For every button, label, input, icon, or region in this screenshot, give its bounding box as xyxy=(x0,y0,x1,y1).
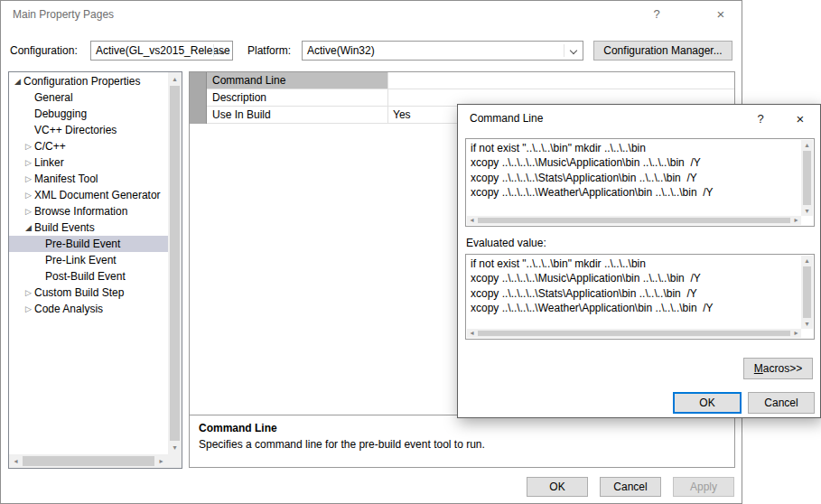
scrollbar-thumb[interactable] xyxy=(478,218,790,223)
scroll-up-icon[interactable]: ▴ xyxy=(801,256,813,266)
scroll-right-icon[interactable]: ▸ xyxy=(791,216,801,225)
tree-expand-icon[interactable]: ◢ xyxy=(23,219,34,236)
scrollbar-thumb[interactable] xyxy=(803,266,811,318)
property-name: Use In Build xyxy=(207,107,388,124)
tree-item-label: XML Document Generator xyxy=(34,189,161,201)
tree-item-label: Pre-Build Event xyxy=(45,238,120,250)
tree-item-label: Code Analysis xyxy=(34,303,103,315)
vertical-scrollbar[interactable]: ▴ ▾ xyxy=(801,140,813,216)
dropdown-separator xyxy=(213,44,214,57)
scroll-down-icon[interactable]: ▾ xyxy=(168,441,182,454)
tree-item-code-analysis[interactable]: ▷ Code Analysis xyxy=(9,301,168,317)
tree-collapse-icon[interactable]: ▷ xyxy=(23,285,34,301)
tree-item-label: General xyxy=(34,91,73,104)
scroll-left-icon[interactable]: ◂ xyxy=(467,216,477,225)
tree-collapse-icon[interactable]: ▷ xyxy=(23,171,34,187)
tree-collapse-icon[interactable]: ▷ xyxy=(23,203,34,219)
command-line-dialog: Command Line ? × if not exist "..\..\..\… xyxy=(457,104,821,418)
tree-item-custom-build-step[interactable]: ▷ Custom Build Step xyxy=(9,285,168,301)
tree-item-manifest-tool[interactable]: ▷ Manifest Tool xyxy=(9,171,168,187)
tree-item-configuration-properties[interactable]: ◢ Configuration Properties xyxy=(9,73,168,89)
scrollbar-thumb[interactable] xyxy=(803,151,811,205)
tree-item-pre-link-event[interactable]: Pre-Link Event xyxy=(9,252,168,268)
tree-item-vcpp-directories[interactable]: VC++ Directories xyxy=(9,122,168,138)
cancel-button[interactable]: Cancel xyxy=(748,392,815,414)
property-help-panel: Command Line Specifies a command line fo… xyxy=(190,415,734,467)
tree-item-debugging[interactable]: Debugging xyxy=(9,106,168,122)
scroll-right-icon[interactable]: ▸ xyxy=(791,329,801,338)
help-icon[interactable]: ? xyxy=(642,1,671,28)
configuration-label: Configuration: xyxy=(10,41,78,61)
dialog-title: Command Line xyxy=(470,105,543,133)
row-gutter xyxy=(190,72,207,89)
tree-item-label: Configuration Properties xyxy=(23,75,140,88)
command-line-textbox[interactable]: if not exist "..\..\..\bin" mkdir ..\..\… xyxy=(465,138,815,227)
vertical-scrollbar[interactable]: ▴ ▾ xyxy=(168,72,182,454)
property-row-command-line[interactable]: Command Line xyxy=(190,72,734,89)
tree-item-label: Custom Build Step xyxy=(34,286,124,299)
platform-dropdown-value: Active(Win32) xyxy=(307,44,375,57)
tree-item-pre-build-event[interactable]: Pre-Build Event xyxy=(9,236,168,252)
tree-item-post-build-event[interactable]: Post-Build Event xyxy=(9,268,168,285)
help-description: Specifies a command line for the pre-bui… xyxy=(199,438,725,451)
tree-item-general[interactable]: General xyxy=(9,89,168,106)
scroll-right-icon[interactable]: ▸ xyxy=(154,454,168,468)
tree-item-label: C/C++ xyxy=(34,140,66,153)
tree-item-label: Browse Information xyxy=(34,205,127,218)
scroll-down-icon[interactable]: ▾ xyxy=(801,206,813,216)
tree-collapse-icon[interactable]: ▷ xyxy=(23,301,34,317)
horizontal-scrollbar[interactable]: ◂ ▸ xyxy=(467,216,801,225)
cancel-button[interactable]: Cancel xyxy=(600,477,661,497)
horizontal-scrollbar[interactable]: ◂ ▸ xyxy=(467,329,801,338)
evaluated-value-textbox[interactable]: if not exist "..\..\..\bin" mkdir ..\..\… xyxy=(465,254,815,340)
tree-item-label: VC++ Directories xyxy=(34,124,117,136)
configuration-dropdown-value: Active(GL_vs2015_Release xyxy=(96,44,230,57)
tree-collapse-icon[interactable]: ▷ xyxy=(23,187,34,203)
tree-item-label: Post-Build Event xyxy=(45,270,126,283)
tree-item-browse-information[interactable]: ▷ Browse Information xyxy=(9,203,168,219)
vertical-scrollbar[interactable]: ▴ ▾ xyxy=(801,256,813,329)
close-icon[interactable]: × xyxy=(786,105,815,133)
scroll-up-icon[interactable]: ▴ xyxy=(801,140,813,150)
tree-item-label: Build Events xyxy=(34,221,95,234)
macros-button[interactable]: Macros>> xyxy=(743,358,813,379)
scroll-up-icon[interactable]: ▴ xyxy=(168,72,182,86)
tree-item-label: Linker xyxy=(34,156,64,169)
scrollbar-thumb[interactable] xyxy=(170,86,180,441)
tree-collapse-icon[interactable]: ▷ xyxy=(23,138,34,154)
configuration-dropdown[interactable]: Active(GL_vs2015_Release xyxy=(90,41,233,61)
scroll-down-icon[interactable]: ▾ xyxy=(801,319,813,329)
tree-item-label: Debugging xyxy=(34,107,87,120)
tree-expand-icon[interactable]: ◢ xyxy=(12,73,23,89)
platform-dropdown[interactable]: Active(Win32) xyxy=(302,41,583,61)
tree-item-linker[interactable]: ▷ Linker xyxy=(9,154,168,171)
tree-item-xml-document-generator[interactable]: ▷ XML Document Generator xyxy=(9,187,168,203)
apply-button[interactable]: Apply xyxy=(673,477,734,497)
scroll-left-icon[interactable]: ◂ xyxy=(467,329,477,338)
property-value[interactable] xyxy=(388,72,734,89)
ok-button[interactable]: OK xyxy=(673,392,742,414)
scrollbar-corner xyxy=(168,454,182,468)
scrollbar-thumb[interactable] xyxy=(23,456,154,466)
dialog-title: Main Property Pages xyxy=(13,1,114,28)
help-title: Command Line xyxy=(199,422,725,434)
dialog-titlebar[interactable]: Main Property Pages ? × xyxy=(1,1,742,28)
chevron-down-icon[interactable] xyxy=(570,47,577,54)
tree-item-build-events[interactable]: ◢ Build Events xyxy=(9,219,168,236)
scrollbar-thumb[interactable] xyxy=(478,331,790,336)
evaluated-value-label: Evaluated value: xyxy=(466,237,546,249)
close-icon[interactable]: × xyxy=(706,1,735,28)
command-line-text: if not exist "..\..\..\bin" mkdir ..\..\… xyxy=(471,141,799,215)
tree-item-label: Pre-Link Event xyxy=(45,254,117,266)
dialog-titlebar[interactable]: Command Line ? × xyxy=(458,105,820,133)
scroll-left-icon[interactable]: ◂ xyxy=(9,454,23,468)
tree-collapse-icon[interactable]: ▷ xyxy=(23,154,34,171)
configuration-manager-button[interactable]: Configuration Manager... xyxy=(593,41,732,61)
row-gutter xyxy=(190,107,207,124)
horizontal-scrollbar[interactable]: ◂ ▸ xyxy=(9,454,168,468)
dropdown-separator xyxy=(564,44,564,57)
tree-item-c-cpp[interactable]: ▷ C/C++ xyxy=(9,138,168,154)
tree-items: ◢ Configuration Properties General Debug… xyxy=(9,72,168,454)
ok-button[interactable]: OK xyxy=(527,477,588,497)
help-icon[interactable]: ? xyxy=(746,105,775,133)
